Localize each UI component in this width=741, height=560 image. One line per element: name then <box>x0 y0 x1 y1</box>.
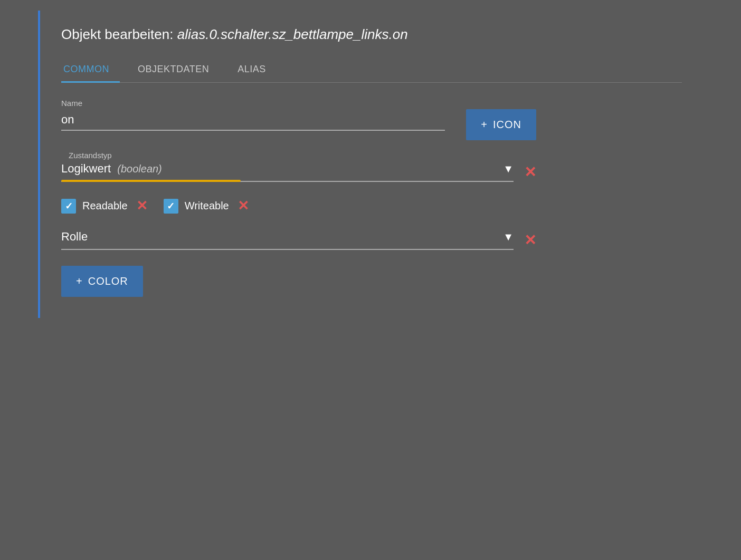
readable-label: Readable <box>82 200 128 212</box>
progress-indicator <box>61 180 241 182</box>
logikwert-dropdown-row: Logikwert (boolean) ▼ ✕ <box>61 162 536 182</box>
tab-bar: COMMON OBJEKTDATEN ALIAS <box>61 59 682 83</box>
zustandstyp-clear-icon[interactable]: ✕ <box>524 163 536 181</box>
add-icon-button[interactable]: + ICON <box>466 109 536 140</box>
dialog-title: Objekt bearbeiten: alias.0.schalter.sz_b… <box>61 26 682 43</box>
icon-button-label: ICON <box>493 119 521 131</box>
top-row: Name + ICON <box>61 99 536 140</box>
name-input[interactable] <box>61 110 445 131</box>
logikwert-label: Logikwert (boolean) <box>61 162 498 176</box>
readable-item: ✓ Readable ✕ <box>61 198 148 214</box>
rolle-label: Rolle <box>61 230 498 244</box>
checkbox-row: ✓ Readable ✕ ✓ Writeable ✕ <box>61 198 536 214</box>
writeable-item: ✓ Writeable ✕ <box>164 198 249 214</box>
form-content: Name + ICON Zustandstyp Logikwert <box>61 99 536 297</box>
readable-clear-icon[interactable]: ✕ <box>136 198 148 214</box>
checkmark-icon: ✓ <box>65 200 73 212</box>
writeable-label: Writeable <box>185 200 229 212</box>
name-label: Name <box>61 99 445 108</box>
edit-dialog: Objekt bearbeiten: alias.0.schalter.sz_b… <box>38 11 703 318</box>
checkmark-icon-2: ✓ <box>167 200 175 212</box>
readable-checkbox[interactable]: ✓ <box>61 199 76 214</box>
plus-icon: + <box>481 119 488 131</box>
tab-alias[interactable]: ALIAS <box>235 59 277 82</box>
rolle-dropdown[interactable]: Rolle ▼ <box>61 230 514 250</box>
rolle-chevron-icon: ▼ <box>503 231 514 243</box>
chevron-down-icon: ▼ <box>503 163 514 175</box>
color-button-label: COLOR <box>88 275 128 287</box>
writeable-checkbox[interactable]: ✓ <box>164 199 178 214</box>
rolle-section: Rolle ▼ ✕ <box>61 230 536 250</box>
zustandstyp-label: Zustandstyp <box>61 151 536 160</box>
tab-common[interactable]: COMMON <box>61 59 120 82</box>
form-area: Name + ICON Zustandstyp Logikwert <box>61 99 682 297</box>
add-color-button[interactable]: + COLOR <box>61 266 143 297</box>
color-plus-icon: + <box>76 275 83 287</box>
writeable-clear-icon[interactable]: ✕ <box>238 198 249 214</box>
zustandstyp-section: Zustandstyp Logikwert (boolean) ▼ ✕ <box>61 151 536 182</box>
logikwert-dropdown[interactable]: Logikwert (boolean) ▼ <box>61 162 514 182</box>
name-section: Name <box>61 99 445 131</box>
tab-objektdaten[interactable]: OBJEKTDATEN <box>136 59 220 82</box>
rolle-clear-icon[interactable]: ✕ <box>524 231 536 249</box>
